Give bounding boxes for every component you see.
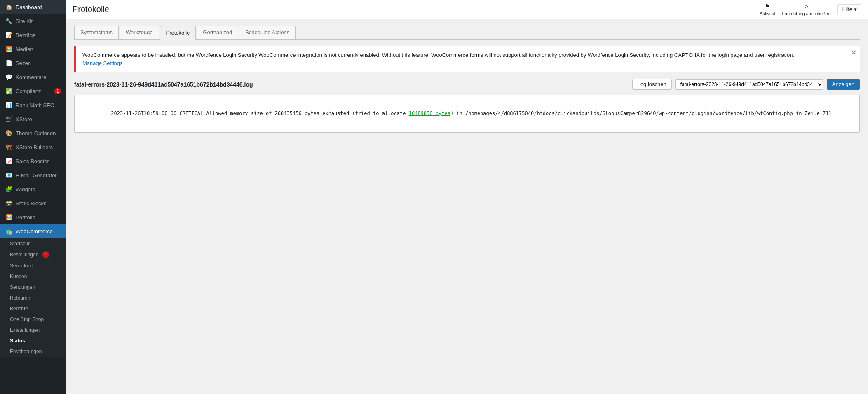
sidebar-item-sales-booster[interactable]: 📈 Sales Booster: [0, 154, 66, 168]
submenu-label: Erweiterungen: [10, 349, 42, 354]
rank-math-icon: 📊: [5, 101, 12, 109]
sidebar-item-label: Theme-Optionen: [16, 130, 56, 136]
content-area: Systemstatus Werkzeuge Protokolle German…: [66, 19, 868, 394]
submenu-item-retouren[interactable]: Retouren: [0, 293, 66, 303]
tab-systemstatus[interactable]: Systemstatus: [74, 26, 119, 39]
sidebar-item-xstore-builders[interactable]: 🏗️ XStore Builders: [0, 140, 66, 154]
page-title: Protokolle: [73, 5, 109, 14]
theme-icon: 🎨: [5, 129, 12, 137]
activity-icon: ⚑: [765, 2, 770, 10]
manage-settings-link[interactable]: Manage Settings: [82, 60, 123, 66]
topbar: Protokolle ⚑ Aktivität ○ Einrichtung abs…: [66, 0, 868, 19]
delete-log-button[interactable]: Log löschen: [632, 79, 672, 90]
sidebar-item-label: Seiten: [16, 60, 31, 66]
sidebar-item-rank-math[interactable]: 📊 Rank Math SEO: [0, 98, 66, 112]
topbar-actions: ⚑ Aktivität ○ Einrichtung abschließen Hi…: [760, 2, 861, 16]
activity-label: Aktivität: [760, 11, 776, 16]
woocommerce-submenu: Startseite Bestellungen 1 Sendcloud Kund…: [0, 238, 66, 357]
setup-button[interactable]: ○ Einrichtung abschließen: [782, 3, 830, 16]
sidebar-item-label: Portfolio: [16, 214, 35, 220]
submenu-label: Berichte: [10, 306, 28, 312]
sidebar-item-kommentare[interactable]: 💬 Kommentare: [0, 70, 66, 84]
sidebar-item-widgets[interactable]: 🧩 Widgets: [0, 182, 66, 196]
sidebar-item-beitraege[interactable]: 📝 Beiträge: [0, 28, 66, 42]
sidebar-item-label: Sales Booster: [16, 158, 49, 164]
site-kit-icon: 🔧: [5, 17, 12, 25]
tab-scheduled-actions[interactable]: Scheduled Actions: [239, 26, 296, 39]
sidebar-item-theme-optionen[interactable]: 🎨 Theme-Optionen: [0, 126, 66, 140]
sidebar-item-static-blocks[interactable]: 🗃️ Static Blocks: [0, 196, 66, 210]
submenu-label: Einstellungen: [10, 327, 40, 333]
sidebar: 🏠 Dashboard 🔧 Site Kit 📝 Beiträge 🖼️ Med…: [0, 0, 66, 394]
bestellungen-badge: 1: [42, 251, 49, 258]
log-line: 2023-11-26T10:59+00:00 CRITICAL Allowed …: [81, 102, 853, 126]
beitraege-icon: 📝: [5, 31, 12, 39]
submenu-item-erweiterungen[interactable]: Erweiterungen: [0, 346, 66, 357]
widgets-icon: 🧩: [5, 185, 12, 193]
show-log-button[interactable]: Anzeigen: [827, 79, 860, 90]
sidebar-item-xstore[interactable]: 🛒 XStore: [0, 112, 66, 126]
sales-booster-icon: 📈: [5, 157, 12, 165]
sidebar-item-complianz[interactable]: ✅ Complianz 1: [0, 84, 66, 98]
portfolio-icon: 🖼️: [5, 213, 12, 221]
sidebar-item-dashboard[interactable]: 🏠 Dashboard: [0, 0, 66, 14]
submenu-item-sendcloud[interactable]: Sendcloud: [0, 260, 66, 271]
tab-werkzeuge[interactable]: Werkzeuge: [120, 26, 159, 39]
submenu-item-status[interactable]: Status: [0, 335, 66, 346]
help-button[interactable]: Hilfe ▾: [837, 4, 861, 14]
seiten-icon: 📄: [5, 59, 12, 67]
sidebar-item-label: XStore: [16, 116, 32, 122]
sidebar-item-label: Medien: [16, 46, 33, 52]
complianz-badge: 1: [54, 88, 61, 94]
submenu-item-one-stop-shop[interactable]: One Stop Shop: [0, 314, 66, 325]
submenu-label: Kunden: [10, 274, 27, 279]
complianz-icon: ✅: [5, 87, 12, 95]
setup-label: Einrichtung abschließen: [782, 11, 830, 16]
log-header: fatal-errors-2023-11-26-949d411ad5047a16…: [74, 79, 860, 90]
activity-button[interactable]: ⚑ Aktivität: [760, 2, 776, 16]
sidebar-item-seiten[interactable]: 📄 Seiten: [0, 56, 66, 70]
sidebar-item-label: XStore Builders: [16, 144, 53, 150]
sidebar-item-site-kit[interactable]: 🔧 Site Kit: [0, 14, 66, 28]
submenu-item-bestellungen[interactable]: Bestellungen 1: [0, 249, 66, 260]
log-after: ) in /homepages/4/d886175040/htdocs/clic…: [450, 110, 832, 116]
dashboard-icon: 🏠: [5, 3, 12, 11]
log-before: 2023-11-26T10:59+00:00 CRITICAL Allowed …: [111, 110, 408, 116]
sidebar-item-label: Rank Math SEO: [16, 102, 54, 108]
sidebar-item-label: Kommentare: [16, 74, 46, 80]
notice-close-button[interactable]: ✕: [851, 49, 856, 56]
sidebar-item-label: Widgets: [16, 186, 35, 192]
static-blocks-icon: 🗃️: [5, 199, 12, 207]
log-controls: Log löschen fatal-errors-2023-11-26-949d…: [632, 79, 860, 90]
tab-germanized[interactable]: Germanized: [197, 26, 238, 39]
sidebar-item-label: Dashboard: [16, 4, 42, 10]
submenu-label: Sendcloud: [10, 263, 33, 269]
sidebar-item-email-generator[interactable]: 📧 E-Mail-Generator: [0, 168, 66, 182]
sidebar-item-medien[interactable]: 🖼️ Medien: [0, 42, 66, 56]
submenu-item-einstellungen[interactable]: Einstellungen: [0, 325, 66, 335]
submenu-item-kunden[interactable]: Kunden: [0, 271, 66, 282]
sidebar-item-label: Site Kit: [16, 18, 33, 24]
sidebar-item-woocommerce[interactable]: 🛍️ WooCommerce: [0, 224, 66, 238]
notice-text: WooCommerce appears to be installed, but…: [82, 52, 794, 58]
submenu-label: Status: [10, 338, 25, 344]
submenu-item-startseite[interactable]: Startseite: [0, 238, 66, 249]
email-generator-icon: 📧: [5, 171, 12, 179]
log-highlight: 10489856 bytes: [409, 110, 450, 116]
xstore-builders-icon: 🏗️: [5, 143, 12, 151]
submenu-label: Sendungen: [10, 284, 35, 290]
submenu-item-sendungen[interactable]: Sendungen: [0, 282, 66, 293]
log-filename: fatal-errors-2023-11-26-949d411ad5047a16…: [74, 81, 253, 88]
chevron-down-icon: ▾: [854, 6, 857, 12]
setup-icon: ○: [804, 3, 808, 10]
sidebar-item-label: Static Blocks: [16, 200, 46, 206]
submenu-label: Retouren: [10, 295, 30, 301]
sidebar-item-portfolio[interactable]: 🖼️ Portfolio: [0, 210, 66, 224]
submenu-item-berichte[interactable]: Berichte: [0, 303, 66, 314]
submenu-label: Bestellungen: [10, 252, 38, 258]
tabs-bar: Systemstatus Werkzeuge Protokolle German…: [74, 26, 860, 40]
tab-protokolle[interactable]: Protokolle: [160, 26, 196, 40]
medien-icon: 🖼️: [5, 45, 12, 53]
submenu-label: One Stop Shop: [10, 317, 44, 322]
log-select[interactable]: fatal-errors-2023-11-26-949d411ad5047a16…: [675, 79, 823, 90]
